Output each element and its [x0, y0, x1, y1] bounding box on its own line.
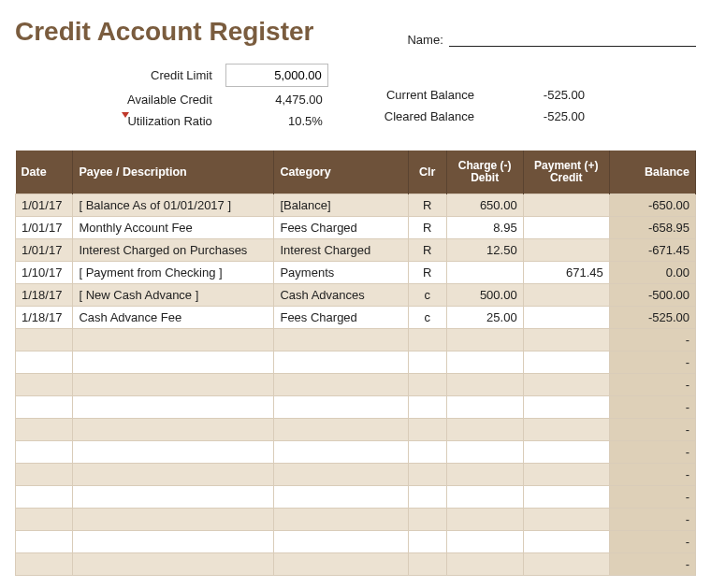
cell-payment[interactable]: [523, 396, 609, 419]
cell-balance[interactable]: -: [609, 351, 695, 374]
cell-balance[interactable]: -: [609, 396, 695, 419]
cell-category[interactable]: [274, 509, 408, 531]
cell-category[interactable]: [274, 464, 408, 486]
cell-payee[interactable]: Cash Advance Fee: [73, 307, 274, 329]
cell-payment[interactable]: [523, 486, 609, 509]
cell-balance[interactable]: -671.45: [609, 239, 695, 262]
cell-balance[interactable]: -: [609, 464, 695, 486]
cell-payee[interactable]: [73, 486, 274, 509]
cell-charge[interactable]: [446, 509, 523, 531]
cell-date[interactable]: [16, 441, 73, 464]
cell-payment[interactable]: [523, 307, 609, 329]
cell-balance[interactable]: -658.95: [609, 217, 695, 239]
cell-payment[interactable]: [523, 239, 609, 262]
cell-category[interactable]: [274, 419, 408, 441]
table-row[interactable]: 1/18/17Cash Advance FeeFees Chargedc25.0…: [16, 307, 696, 329]
cell-balance[interactable]: -: [609, 509, 695, 531]
cell-charge[interactable]: [446, 374, 523, 396]
cell-category[interactable]: [Balance]: [274, 194, 408, 217]
cell-payee[interactable]: [73, 329, 274, 351]
credit-limit-input[interactable]: [225, 64, 328, 87]
cell-date[interactable]: [16, 396, 73, 419]
cell-payment[interactable]: [523, 441, 609, 464]
cell-payee[interactable]: Interest Charged on Purchases: [73, 239, 274, 262]
table-row[interactable]: -: [16, 396, 696, 419]
cell-payee[interactable]: [ Balance As of 01/01/2017 ]: [73, 194, 274, 217]
cell-clr[interactable]: R: [408, 194, 446, 217]
cell-clr[interactable]: [408, 553, 446, 576]
table-row[interactable]: -: [16, 553, 696, 576]
cell-date[interactable]: 1/18/17: [16, 307, 73, 329]
cell-date[interactable]: [16, 553, 73, 576]
cell-clr[interactable]: c: [408, 284, 446, 307]
cell-charge[interactable]: 500.00: [446, 284, 523, 307]
cell-clr[interactable]: [408, 396, 446, 419]
cell-payment[interactable]: 671.45: [523, 262, 609, 284]
table-row[interactable]: 1/10/17[ Payment from Checking ]Payments…: [16, 262, 696, 284]
cell-charge[interactable]: 25.00: [446, 307, 523, 329]
cell-date[interactable]: 1/01/17: [16, 194, 73, 217]
cell-clr[interactable]: [408, 419, 446, 441]
cell-balance[interactable]: -650.00: [609, 194, 695, 217]
cell-charge[interactable]: 12.50: [446, 239, 523, 262]
cell-payee[interactable]: [73, 553, 274, 576]
table-row[interactable]: 1/01/17Interest Charged on PurchasesInte…: [16, 239, 696, 262]
cell-charge[interactable]: [446, 329, 523, 351]
cell-balance[interactable]: -: [609, 419, 695, 441]
cell-date[interactable]: [16, 329, 73, 351]
cell-payee[interactable]: [73, 464, 274, 486]
cell-clr[interactable]: [408, 329, 446, 351]
cell-charge[interactable]: [446, 531, 523, 553]
table-row[interactable]: -: [16, 509, 696, 531]
cell-charge[interactable]: [446, 351, 523, 374]
name-input[interactable]: [449, 28, 696, 47]
cell-clr[interactable]: R: [408, 262, 446, 284]
cell-category[interactable]: [274, 486, 408, 509]
cell-balance[interactable]: -: [609, 531, 695, 553]
cell-payment[interactable]: [523, 464, 609, 486]
cell-balance[interactable]: -: [609, 374, 695, 396]
table-row[interactable]: -: [16, 441, 696, 464]
cell-balance[interactable]: -: [609, 329, 695, 351]
cell-clr[interactable]: [408, 509, 446, 531]
table-row[interactable]: -: [16, 419, 696, 441]
table-row[interactable]: -: [16, 464, 696, 486]
cell-category[interactable]: Payments: [274, 262, 408, 284]
cell-category[interactable]: Fees Charged: [274, 307, 408, 329]
cell-balance[interactable]: -525.00: [609, 307, 695, 329]
cell-payee[interactable]: [73, 531, 274, 553]
cell-date[interactable]: 1/10/17: [16, 262, 73, 284]
cell-payment[interactable]: [523, 531, 609, 553]
cell-category[interactable]: Interest Charged: [274, 239, 408, 262]
cell-payment[interactable]: [523, 374, 609, 396]
cell-balance[interactable]: 0.00: [609, 262, 695, 284]
cell-payee[interactable]: [ Payment from Checking ]: [73, 262, 274, 284]
cell-date[interactable]: [16, 486, 73, 509]
cell-clr[interactable]: [408, 464, 446, 486]
cell-clr[interactable]: R: [408, 239, 446, 262]
cell-category[interactable]: [274, 553, 408, 576]
cell-clr[interactable]: [408, 486, 446, 509]
cell-balance[interactable]: -: [609, 441, 695, 464]
cell-payee[interactable]: [ New Cash Advance ]: [73, 284, 274, 307]
table-row[interactable]: 1/01/17Monthly Account FeeFees ChargedR8…: [16, 217, 696, 239]
table-row[interactable]: -: [16, 329, 696, 351]
table-row[interactable]: -: [16, 486, 696, 509]
cell-category[interactable]: Fees Charged: [274, 217, 408, 239]
cell-date[interactable]: 1/01/17: [16, 239, 73, 262]
table-row[interactable]: -: [16, 374, 696, 396]
cell-category[interactable]: [274, 396, 408, 419]
cell-clr[interactable]: [408, 531, 446, 553]
cell-charge[interactable]: [446, 441, 523, 464]
cell-date[interactable]: 1/18/17: [16, 284, 73, 307]
table-row[interactable]: -: [16, 351, 696, 374]
cell-date[interactable]: [16, 419, 73, 441]
cell-charge[interactable]: [446, 396, 523, 419]
cell-date[interactable]: [16, 351, 73, 374]
cell-payee[interactable]: [73, 419, 274, 441]
cell-payment[interactable]: [523, 553, 609, 576]
cell-charge[interactable]: [446, 486, 523, 509]
cell-charge[interactable]: 650.00: [446, 194, 523, 217]
cell-date[interactable]: [16, 531, 73, 553]
cell-payee[interactable]: [73, 441, 274, 464]
